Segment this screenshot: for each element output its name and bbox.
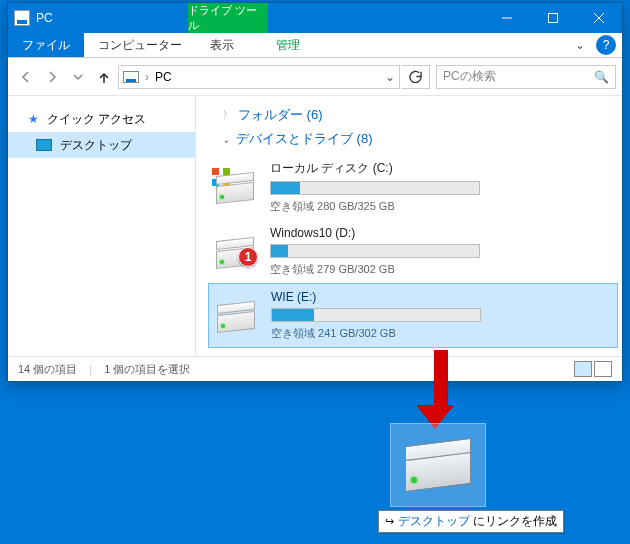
window-title: PC xyxy=(36,11,53,25)
drive-c[interactable]: ローカル ディスク (C:) 空き領域 280 GB/325 GB xyxy=(208,154,618,220)
ribbon: ファイル コンピューター 表示 管理 ⌄ ? xyxy=(8,33,622,58)
chevron-right-icon: 〉 xyxy=(223,108,231,122)
help-button[interactable]: ? xyxy=(596,35,616,55)
chevron-down-icon: ⌄ xyxy=(223,134,229,145)
nav-label: クイック アクセス xyxy=(47,111,146,128)
drive-e[interactable]: WIE (E:) 空き領域 241 GB/302 GB xyxy=(208,283,618,348)
close-button[interactable] xyxy=(576,3,622,33)
body: ★ クイック アクセス デスクトップ 〉 フォルダー (6) ⌄ デバイスとドラ… xyxy=(8,96,622,356)
group-devices[interactable]: ⌄ デバイスとドライブ (8) xyxy=(222,130,618,148)
annotation-badge-1: 1 xyxy=(238,247,258,267)
desktop-icon xyxy=(36,139,52,151)
back-button[interactable] xyxy=(14,65,38,89)
refresh-button[interactable] xyxy=(402,65,430,89)
drive-tools-tab-header: ドライブ ツール xyxy=(188,3,268,33)
usage-bar xyxy=(271,308,481,322)
address-bar-row: › PC ⌄ PCの検索 🔍 xyxy=(8,58,622,96)
pc-icon xyxy=(123,71,139,83)
forward-button[interactable] xyxy=(40,65,64,89)
drive-list: ローカル ディスク (C:) 空き領域 280 GB/325 GB Window… xyxy=(208,154,618,348)
tab-view[interactable]: 表示 xyxy=(196,33,248,57)
drive-space: 空き領域 241 GB/302 GB xyxy=(271,326,609,341)
search-placeholder: PCの検索 xyxy=(443,68,496,85)
drive-icon xyxy=(216,172,256,202)
titlebar[interactable]: PC ドライブ ツール xyxy=(8,3,622,33)
explorer-window: PC ドライブ ツール ファイル コンピューター 表示 管理 ⌄ ? › PC … xyxy=(7,2,623,382)
tab-computer[interactable]: コンピューター xyxy=(84,33,196,57)
drive-name: ローカル ディスク (C:) xyxy=(270,160,610,177)
group-label: デバイスとドライブ (8) xyxy=(236,130,373,148)
usage-bar xyxy=(270,181,480,195)
address-bar[interactable]: › PC ⌄ xyxy=(118,65,400,89)
shortcut-icon: ↪ xyxy=(385,515,394,528)
drive-space: 空き領域 280 GB/325 GB xyxy=(270,199,610,214)
window-controls xyxy=(484,3,622,33)
ribbon-expand-icon[interactable]: ⌄ xyxy=(568,33,592,57)
nav-quick-access[interactable]: ★ クイック アクセス xyxy=(8,106,195,132)
maximize-button[interactable] xyxy=(530,3,576,33)
tooltip-action: にリンクを作成 xyxy=(473,514,557,528)
recent-locations-button[interactable] xyxy=(66,65,90,89)
up-button[interactable] xyxy=(92,65,116,89)
usage-bar xyxy=(270,244,480,258)
navigation-pane: ★ クイック アクセス デスクトップ xyxy=(8,96,196,356)
tooltip-target: デスクトップ xyxy=(398,514,473,528)
view-details-button[interactable] xyxy=(574,361,592,377)
star-icon: ★ xyxy=(28,112,39,126)
group-folders[interactable]: 〉 フォルダー (6) xyxy=(222,106,618,124)
breadcrumb-separator: › xyxy=(145,70,149,84)
status-selection-count: 1 個の項目を選択 xyxy=(104,362,190,377)
pc-icon xyxy=(14,10,30,26)
drive-icon xyxy=(405,442,471,488)
titlebar-left: PC xyxy=(8,3,53,33)
drive-d[interactable]: Windows10 (D:) 空き領域 279 GB/302 GB xyxy=(208,220,618,283)
search-input[interactable]: PCの検索 🔍 xyxy=(436,65,616,89)
drag-tooltip: ↪ デスクトップ にリンクを作成 xyxy=(378,510,564,533)
annotation-arrow xyxy=(428,350,454,429)
status-bar: 14 個の項目 | 1 個の項目を選択 xyxy=(8,356,622,381)
desktop-drop-target[interactable] xyxy=(390,423,486,507)
group-label: フォルダー (6) xyxy=(238,106,323,124)
breadcrumb-location[interactable]: PC xyxy=(155,70,172,84)
svg-rect-1 xyxy=(549,14,558,23)
nav-desktop[interactable]: デスクトップ xyxy=(8,132,195,158)
drive-space: 空き領域 279 GB/302 GB xyxy=(270,262,610,277)
drive-icon xyxy=(217,301,257,331)
minimize-button[interactable] xyxy=(484,3,530,33)
search-icon: 🔍 xyxy=(594,70,609,84)
nav-label: デスクトップ xyxy=(60,137,132,154)
drive-name: Windows10 (D:) xyxy=(270,226,610,240)
tab-file[interactable]: ファイル xyxy=(8,33,84,57)
view-large-icons-button[interactable] xyxy=(594,361,612,377)
drive-name: WIE (E:) xyxy=(271,290,609,304)
tab-manage[interactable]: 管理 xyxy=(248,33,328,57)
path-dropdown-icon[interactable]: ⌄ xyxy=(385,70,395,84)
content-pane[interactable]: 〉 フォルダー (6) ⌄ デバイスとドライブ (8) ローカル ディスク (C… xyxy=(196,96,622,356)
status-item-count: 14 個の項目 xyxy=(18,362,77,377)
